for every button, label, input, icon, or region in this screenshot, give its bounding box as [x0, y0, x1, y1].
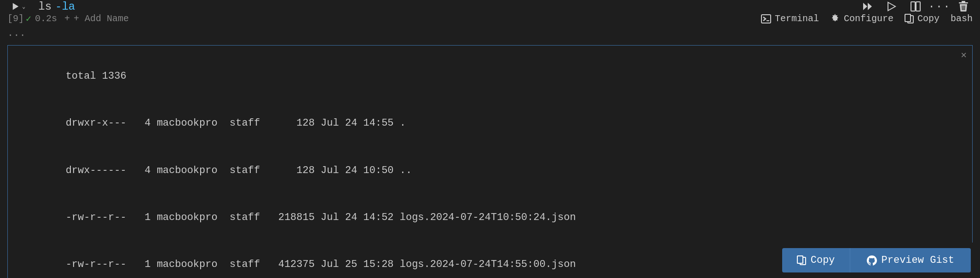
copy-button-label: Copy — [811, 255, 835, 266]
cell-toolbar: [9] ✓ 0.2s + + Add Name Terminal Con — [0, 13, 980, 24]
svg-marker-3 — [888, 2, 895, 11]
svg-line-8 — [962, 6, 963, 10]
header-copy-button[interactable]: Copy — [905, 13, 940, 24]
three-dots-menu[interactable]: ··· — [7, 30, 973, 41]
cell-number: [9] — [7, 13, 26, 24]
output-container: ··· × total 1336 drwxr-x--- 4 macbookpro… — [0, 24, 980, 278]
run-button[interactable]: ⌄ — [7, 0, 29, 13]
top-right-icons: ··· — [860, 0, 971, 14]
configure-button[interactable]: Configure — [830, 13, 894, 24]
output-line-5: -rw-r--r-- 1 macbookpro staff 412375 Jul… — [66, 259, 576, 270]
add-name-button[interactable]: + + Add Name — [64, 13, 129, 24]
bottom-toolbar: Copy Preview Gist — [773, 243, 980, 278]
close-output-button[interactable]: × — [961, 50, 967, 60]
run-all-icon-btn[interactable] — [860, 0, 875, 14]
configure-label: Configure — [844, 13, 894, 24]
preview-gist-button[interactable]: Preview Gist — [850, 248, 971, 272]
delete-btn[interactable] — [956, 0, 971, 14]
add-name-plus: + — [64, 13, 70, 24]
preview-gist-button-label: Preview Gist — [882, 255, 954, 266]
add-name-label: + Add Name — [74, 13, 129, 24]
svg-marker-2 — [868, 3, 872, 10]
command-display: ls -la — [38, 0, 75, 13]
svg-rect-7 — [959, 2, 968, 4]
command-text: ls — [38, 0, 52, 13]
app-container: ⌄ ls -la — [0, 0, 980, 278]
more-options-btn[interactable]: ··· — [932, 0, 947, 14]
top-toolbar: ⌄ ls -la — [0, 0, 980, 13]
svg-rect-14 — [905, 14, 911, 22]
terminal-button[interactable]: Terminal — [761, 13, 819, 24]
command-flag: -la — [55, 0, 75, 13]
output-line-1: total 1336 — [66, 70, 127, 82]
svg-rect-17 — [797, 256, 803, 263]
svg-rect-4 — [911, 2, 915, 11]
header-copy-label: Copy — [917, 13, 940, 24]
split-icon-btn[interactable] — [908, 0, 923, 14]
cell-time: 0.2s — [35, 13, 57, 24]
output-line-2: drwxr-x--- 4 macbookpro staff 128 Jul 24… — [66, 117, 406, 129]
cell-right-actions: Terminal Configure Copy bash — [761, 13, 973, 24]
output-line-3: drwx------ 4 macbookpro staff 128 Jul 24… — [66, 165, 412, 176]
svg-marker-1 — [863, 3, 867, 10]
copy-button[interactable]: Copy — [782, 248, 850, 272]
output-line-4: -rw-r--r-- 1 macbookpro staff 218815 Jul… — [66, 212, 576, 223]
check-icon: ✓ — [26, 13, 31, 24]
svg-marker-0 — [13, 3, 19, 10]
lang-label: bash — [951, 13, 973, 24]
svg-line-10 — [965, 6, 965, 10]
run-outline-icon-btn[interactable] — [884, 0, 899, 14]
chevron-icon: ⌄ — [22, 3, 25, 10]
svg-rect-5 — [916, 2, 920, 11]
svg-rect-6 — [962, 1, 965, 2]
terminal-label: Terminal — [775, 13, 819, 24]
